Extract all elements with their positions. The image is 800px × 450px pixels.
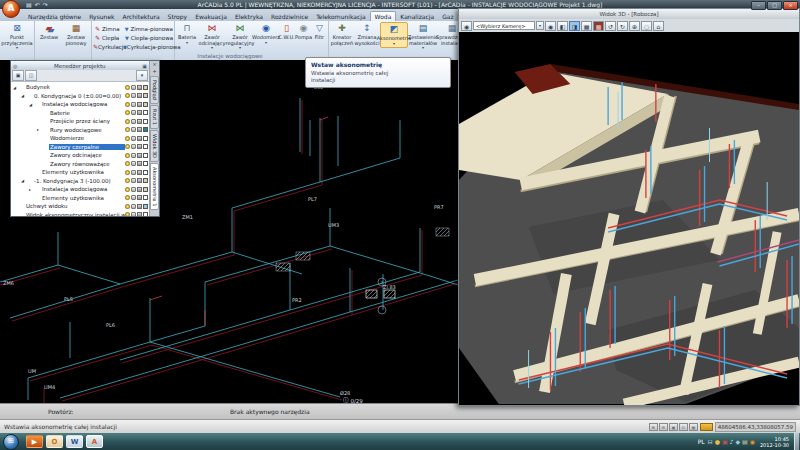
camera-select-caret[interactable]: ▾ xyxy=(536,21,544,30)
lock-icon[interactable] xyxy=(131,195,136,200)
ribbon-tab[interactable]: Woda xyxy=(370,11,397,21)
ribbon-button[interactable]: Bateria xyxy=(176,22,198,46)
status-toggle-button[interactable]: ⊟ xyxy=(659,423,668,431)
visibility-bulb-icon[interactable] xyxy=(125,195,130,200)
tray-icon[interactable]: ▣ xyxy=(722,435,728,448)
camera-icon[interactable]: ◉ xyxy=(461,21,472,31)
ribbon-button[interactable]: Zimna-pionowa xyxy=(123,24,173,33)
lock-icon[interactable] xyxy=(131,85,136,90)
ribbon-button[interactable]: Ciepła-pionowa xyxy=(123,33,173,42)
lock-icon[interactable] xyxy=(131,170,136,175)
view3d-title[interactable]: Widok 3D - [Robocza] xyxy=(459,9,799,19)
start-button[interactable]: ⊞ xyxy=(3,434,19,450)
lock-icon[interactable] xyxy=(131,110,136,115)
view3d-tool-button[interactable]: ↺ xyxy=(605,21,616,31)
color-swatch[interactable] xyxy=(143,85,148,90)
view-tab[interactable]: Aksonometria 1 xyxy=(150,163,159,210)
visibility-bulb-icon[interactable] xyxy=(125,119,130,124)
lock-icon[interactable] xyxy=(131,136,136,141)
color-swatch[interactable] xyxy=(143,102,148,107)
tree-item[interactable]: ▸ Instalacja wodociągowa xyxy=(11,185,149,194)
tree-item[interactable]: Widok aksonometryczny instalacji wod... xyxy=(11,211,149,217)
print-icon[interactable] xyxy=(137,195,142,200)
tree-item[interactable]: ◢ Budynek xyxy=(11,83,149,92)
taskbar-app-word[interactable]: W xyxy=(66,435,83,448)
visibility-bulb-icon[interactable] xyxy=(125,161,130,166)
status-toggle-button[interactable]: ▣ xyxy=(669,423,678,431)
color-swatch[interactable] xyxy=(143,170,148,175)
visibility-bulb-icon[interactable] xyxy=(125,85,130,90)
tray-icon[interactable]: ▤ xyxy=(742,435,748,448)
view3d-tool-button[interactable]: ◨ xyxy=(569,21,580,31)
search-icon[interactable]: ◎ xyxy=(13,63,17,69)
lock-icon[interactable] xyxy=(131,127,136,132)
status-toggle-button[interactable]: ▦ xyxy=(689,423,698,431)
tree-item[interactable]: Baterie xyxy=(11,109,149,118)
print-icon[interactable] xyxy=(137,85,142,90)
print-icon[interactable] xyxy=(137,178,142,183)
ribbon-button[interactable]: Kreator połączeń xyxy=(330,22,354,47)
project-manager-header[interactable]: ◎ Menedżer projektu ▣ xyxy=(11,61,149,70)
coordinates-icon[interactable] xyxy=(700,423,713,431)
print-icon[interactable] xyxy=(137,127,142,132)
ribbon-button[interactable]: Zestaw xyxy=(36,22,62,42)
lock-icon[interactable] xyxy=(131,153,136,158)
ribbon-button[interactable]: C.W.U. xyxy=(278,22,295,42)
ribbon-tab[interactable]: Rozdzielnice xyxy=(267,12,312,21)
ribbon-button[interactable]: Zestawienie materiałów xyxy=(408,22,438,51)
print-icon[interactable] xyxy=(137,144,142,149)
tray-icon[interactable]: ◉ xyxy=(750,435,755,448)
ribbon-button[interactable]: Ciepła xyxy=(93,33,123,42)
lock-icon[interactable] xyxy=(131,178,136,183)
ribbon-button[interactable]: Pompa xyxy=(295,22,312,42)
tree-item[interactable]: Przejście przez ściany xyxy=(11,117,149,126)
tree-item[interactable]: ▸ Rury wodociągowe xyxy=(11,126,149,135)
print-icon[interactable] xyxy=(137,102,142,107)
minimize-button[interactable]: – xyxy=(751,1,766,10)
view-tab[interactable]: Rzut 1 xyxy=(150,105,159,129)
print-icon[interactable] xyxy=(137,136,142,141)
color-swatch[interactable] xyxy=(143,178,148,183)
quick-access-icon[interactable]: ▤ xyxy=(26,1,32,8)
filter-tool-button[interactable]: ◫ xyxy=(25,70,37,81)
tree-item[interactable]: Zawory równoważące xyxy=(11,160,149,169)
visibility-bulb-icon[interactable] xyxy=(125,153,130,158)
status-toggle-button[interactable]: ⊞ xyxy=(649,423,658,431)
tree-tool-button[interactable]: ▣ xyxy=(12,70,24,81)
color-swatch[interactable] xyxy=(143,119,148,124)
view3d-viewport[interactable] xyxy=(459,32,799,405)
quick-access-icon[interactable]: ↶ xyxy=(35,1,40,8)
color-swatch[interactable] xyxy=(143,93,148,98)
print-icon[interactable] xyxy=(137,161,142,166)
ribbon-button[interactable]: Cyrkulacja-pionowa xyxy=(123,42,173,51)
ribbon-tab[interactable]: Elektryka xyxy=(231,12,267,21)
tree-item[interactable]: ◢ Instalacja wodociągowa xyxy=(11,100,149,109)
ribbon-tab[interactable]: Rysunek xyxy=(85,12,118,21)
color-swatch[interactable] xyxy=(143,187,148,192)
lock-icon[interactable] xyxy=(131,187,136,192)
visibility-bulb-icon[interactable] xyxy=(125,144,130,149)
ribbon-tab[interactable]: Kanalizacja xyxy=(396,12,438,21)
lock-icon[interactable] xyxy=(131,144,136,149)
lock-icon[interactable] xyxy=(131,204,136,209)
print-icon[interactable] xyxy=(137,153,142,158)
panel-options-icon[interactable]: ▣ xyxy=(142,63,147,69)
ribbon-tab[interactable]: Ewakuacja xyxy=(191,12,231,21)
app-logo-icon[interactable]: A xyxy=(2,0,20,18)
tree-item[interactable]: ◢ -1. Kondygnacja 3 (-100.00) xyxy=(11,177,149,186)
tree-item[interactable]: Zawory czerpalne xyxy=(11,143,149,152)
panel-pin-icon[interactable]: + xyxy=(152,69,156,74)
visibility-bulb-icon[interactable] xyxy=(125,212,130,216)
color-swatch[interactable] xyxy=(143,161,148,166)
view3d-tool-button[interactable]: ⌂ xyxy=(653,21,664,31)
color-swatch[interactable] xyxy=(143,144,148,149)
visibility-bulb-icon[interactable] xyxy=(125,204,130,209)
ribbon-tab[interactable]: Telekomunikacja xyxy=(312,12,369,21)
print-icon[interactable] xyxy=(137,170,142,175)
ribbon-tab[interactable]: Stropy xyxy=(164,12,192,21)
tree-item[interactable]: Elementy użytkownika xyxy=(11,168,149,177)
ribbon-tab[interactable]: Gaz xyxy=(438,12,457,21)
lock-icon[interactable] xyxy=(131,119,136,124)
tree-item[interactable]: Elementy użytkownika xyxy=(11,194,149,203)
color-swatch[interactable] xyxy=(143,204,148,209)
